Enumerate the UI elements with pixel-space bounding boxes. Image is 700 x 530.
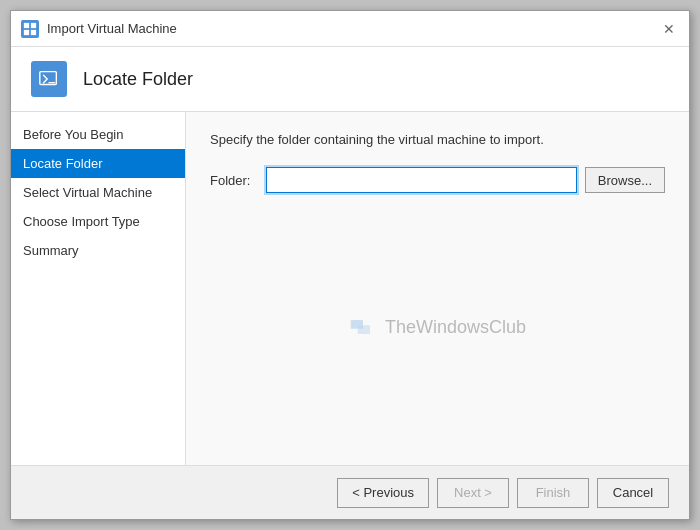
svg-rect-2: [24, 29, 29, 34]
cancel-button[interactable]: Cancel: [597, 478, 669, 508]
main-window: Import Virtual Machine ✕ Locate Folder B…: [10, 10, 690, 520]
finish-button[interactable]: Finish: [517, 478, 589, 508]
watermark: TheWindowsClub: [349, 313, 526, 341]
watermark-text: TheWindowsClub: [385, 317, 526, 338]
next-button[interactable]: Next >: [437, 478, 509, 508]
sidebar: Before You Begin Locate Folder Select Vi…: [11, 112, 186, 465]
watermark-area: TheWindowsClub: [210, 209, 665, 445]
previous-button[interactable]: < Previous: [337, 478, 429, 508]
svg-rect-1: [31, 22, 36, 27]
folder-label: Folder:: [210, 173, 258, 188]
folder-input[interactable]: [266, 167, 577, 193]
svg-rect-0: [24, 22, 29, 27]
header-title: Locate Folder: [83, 69, 193, 90]
title-bar: Import Virtual Machine ✕: [11, 11, 689, 47]
header-icon: [31, 61, 67, 97]
window-icon: [21, 20, 39, 38]
sidebar-item-summary[interactable]: Summary: [11, 236, 185, 265]
window-title: Import Virtual Machine: [47, 21, 177, 36]
close-button[interactable]: ✕: [659, 19, 679, 39]
browse-button[interactable]: Browse...: [585, 167, 665, 193]
sidebar-item-select-virtual-machine[interactable]: Select Virtual Machine: [11, 178, 185, 207]
svg-rect-3: [31, 29, 36, 34]
folder-row: Folder: Browse...: [210, 167, 665, 193]
sidebar-item-locate-folder[interactable]: Locate Folder: [11, 149, 185, 178]
sidebar-item-choose-import-type[interactable]: Choose Import Type: [11, 207, 185, 236]
footer: < Previous Next > Finish Cancel: [11, 465, 689, 519]
instruction-text: Specify the folder containing the virtua…: [210, 132, 665, 147]
sidebar-item-before-you-begin[interactable]: Before You Begin: [11, 120, 185, 149]
main-panel: Specify the folder containing the virtua…: [186, 112, 689, 465]
content-area: Before You Begin Locate Folder Select Vi…: [11, 112, 689, 465]
header-area: Locate Folder: [11, 47, 689, 112]
title-bar-left: Import Virtual Machine: [21, 20, 177, 38]
